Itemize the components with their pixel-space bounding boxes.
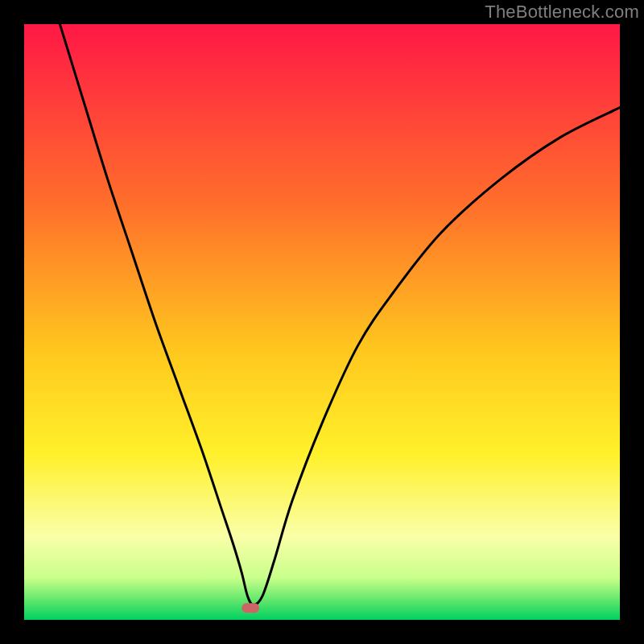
plot-background bbox=[24, 24, 620, 620]
watermark-text: TheBottleneck.com bbox=[485, 2, 639, 23]
chart-container: TheBottleneck.com bbox=[0, 0, 644, 644]
bottleneck-chart bbox=[24, 24, 620, 620]
optimal-marker bbox=[242, 603, 259, 613]
